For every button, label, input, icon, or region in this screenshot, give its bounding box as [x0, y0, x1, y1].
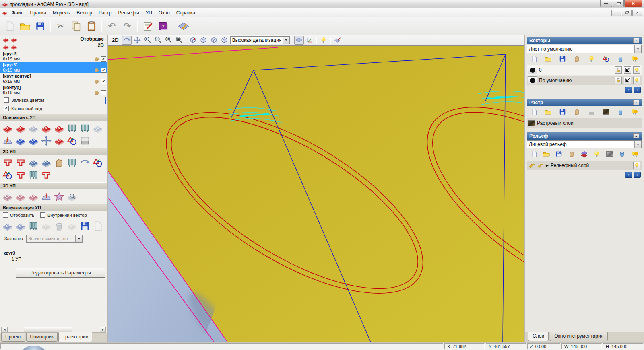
- shading-dropdown[interactable]: Значен. имитац. по ▼: [26, 235, 83, 243]
- simulation-relief-icon[interactable]: [92, 220, 103, 232]
- extra-2d-toolpath-icon[interactable]: [92, 156, 103, 168]
- lock-layer-icon[interactable]: [615, 77, 622, 84]
- undo-icon[interactable]: ↶: [105, 19, 119, 33]
- save-icon[interactable]: [33, 19, 47, 33]
- dropdown-arrow-icon[interactable]: ▼: [283, 37, 289, 44]
- transform-toolpath-icon[interactable]: [41, 135, 52, 146]
- lock-layer-icon[interactable]: [615, 66, 622, 74]
- reset-simulation-icon[interactable]: [54, 220, 65, 232]
- preview-3d-icon[interactable]: [66, 191, 78, 202]
- collapse-icon[interactable]: ▲: [633, 100, 639, 105]
- toolpath-item-krug3-selected[interactable]: [круг3] 6х19 мм: [0, 62, 107, 73]
- move-layer-up-icon[interactable]: ↑: [625, 87, 632, 93]
- relief-bulb-icon[interactable]: [592, 150, 601, 158]
- open-vector-layer-icon[interactable]: [544, 55, 553, 63]
- relief-dropdown[interactable]: Лицевой рельеф ▼: [527, 140, 642, 148]
- snap-shapes-icon[interactable]: [601, 55, 610, 63]
- menu-model[interactable]: Модель: [50, 9, 73, 17]
- toolpath-visible-checkbox[interactable]: [101, 56, 106, 62]
- collapse-icon[interactable]: ▲: [633, 38, 639, 43]
- mdi-close-button[interactable]: ×: [632, 10, 642, 16]
- tool-database-icon[interactable]: [79, 122, 91, 134]
- toolpath-visible-checkbox[interactable]: [101, 90, 106, 95]
- move-layer-down-icon[interactable]: ↓: [634, 172, 641, 178]
- view-along-y-icon[interactable]: [209, 36, 219, 45]
- layer-visibility-bulb-icon[interactable]: [633, 162, 640, 169]
- delete-bitmap-layer-icon[interactable]: [616, 108, 625, 116]
- zoom-in-icon[interactable]: +: [143, 36, 153, 45]
- batch-calc-icon[interactable]: [54, 122, 65, 134]
- area-clear-toolpath-icon[interactable]: [15, 156, 26, 168]
- tab-tool-window[interactable]: Окно инструментария: [550, 332, 608, 341]
- relief-preview-icon[interactable]: [605, 150, 614, 158]
- open-folder-icon[interactable]: [18, 19, 32, 33]
- restore-button[interactable]: [613, 0, 624, 7]
- new-relief-layer-icon[interactable]: [529, 150, 538, 158]
- inlay-toolpath-icon[interactable]: [41, 169, 52, 181]
- menu-file[interactable]: Файл: [8, 9, 27, 17]
- shade-material-icon[interactable]: [333, 36, 343, 45]
- engrave-toolpath-icon[interactable]: [41, 156, 52, 168]
- bridges-toolpath-icon[interactable]: [15, 169, 26, 181]
- delete-simulation-icon[interactable]: [41, 220, 52, 232]
- save-toolpath-icon[interactable]: [2, 122, 13, 134]
- new-vector-layer-icon[interactable]: [529, 55, 538, 63]
- nest-toolpath-icon[interactable]: [66, 135, 78, 146]
- scroll-right-icon[interactable]: ►: [100, 327, 106, 332]
- dropdown-arrow-icon[interactable]: ▼: [634, 141, 641, 148]
- circular-toolpath-icon[interactable]: [79, 156, 91, 168]
- add-relief-icon[interactable]: +: [537, 162, 544, 169]
- options-check-icon[interactable]: [177, 19, 190, 33]
- scrollbar-thumb[interactable]: [24, 327, 72, 332]
- copy-toolpath-icon[interactable]: [54, 135, 65, 146]
- load-simulation-icon[interactable]: [79, 220, 91, 232]
- toolpath-item-krug-kontur[interactable]: [круг контур] 6х19 мм: [0, 73, 107, 84]
- menu-window[interactable]: Окно: [155, 9, 173, 17]
- lighting-icon[interactable]: [319, 36, 328, 45]
- sheet-dropdown[interactable]: Лист по умолчанию ▼: [527, 45, 642, 53]
- toggle-layer-bulb-icon[interactable]: [587, 55, 596, 63]
- view-along-z-icon[interactable]: [220, 36, 229, 45]
- tab-toolpaths[interactable]: Траектории: [58, 332, 92, 342]
- inner-vector-checkbox[interactable]: [40, 212, 45, 218]
- move-layer-down-icon[interactable]: ↓: [634, 87, 641, 93]
- layer-visibility-bulb-icon[interactable]: [633, 66, 640, 74]
- simulate-all-icon[interactable]: [28, 220, 39, 232]
- feature-machine-icon[interactable]: [15, 191, 26, 202]
- vbit-carving-icon[interactable]: [28, 156, 39, 168]
- dropdown-arrow-icon[interactable]: ▼: [75, 235, 82, 242]
- menu-reliefs[interactable]: Рельефы: [115, 9, 142, 17]
- smart-engraving-icon[interactable]: [54, 156, 65, 168]
- material-setup-icon[interactable]: [2, 135, 13, 146]
- menu-vector[interactable]: Вектор: [73, 9, 95, 17]
- merge-relief-icon[interactable]: [567, 150, 576, 158]
- close-button[interactable]: ✕: [624, 0, 642, 7]
- order-machining-icon[interactable]: [2, 169, 13, 181]
- multi-drill-icon[interactable]: [28, 169, 39, 181]
- help-book-icon[interactable]: [156, 19, 170, 33]
- snap-layer-icon[interactable]: [624, 66, 631, 74]
- copy-icon[interactable]: [69, 19, 83, 33]
- menu-bitmap[interactable]: Растр: [95, 9, 115, 17]
- toolpath-item-kontur[interactable]: [контур] 6х19 мм: [0, 84, 107, 96]
- menu-edit[interactable]: Правка: [27, 9, 50, 17]
- layer-color-swatch[interactable]: [528, 76, 537, 84]
- collapse-icon[interactable]: ▲: [633, 133, 639, 138]
- pan-view-icon[interactable]: [132, 36, 142, 45]
- edit-parameters-button[interactable]: Редактировать Параметры: [16, 268, 105, 278]
- layer-visibility-bulb-icon[interactable]: [633, 77, 640, 84]
- fill-color-checkbox[interactable]: [4, 97, 9, 103]
- simulation-map-icon[interactable]: [79, 135, 91, 146]
- save-toolpath-as-icon[interactable]: [15, 135, 26, 146]
- save-bitmap-layer-icon[interactable]: [558, 108, 567, 116]
- iso-view-icon[interactable]: [188, 36, 198, 45]
- tab-project[interactable]: Проект: [1, 333, 25, 342]
- paste-icon[interactable]: [85, 19, 98, 33]
- open-bitmap-layer-icon[interactable]: [544, 108, 553, 116]
- redo-icon[interactable]: ↷: [120, 19, 134, 33]
- more-operations-icon[interactable]: [92, 122, 103, 134]
- simulate-toolpath-icon[interactable]: [2, 220, 13, 232]
- simulate-fast-icon[interactable]: [15, 220, 26, 232]
- calc-toolpath-icon[interactable]: [41, 122, 52, 134]
- dropdown-arrow-icon[interactable]: ▼: [634, 45, 641, 53]
